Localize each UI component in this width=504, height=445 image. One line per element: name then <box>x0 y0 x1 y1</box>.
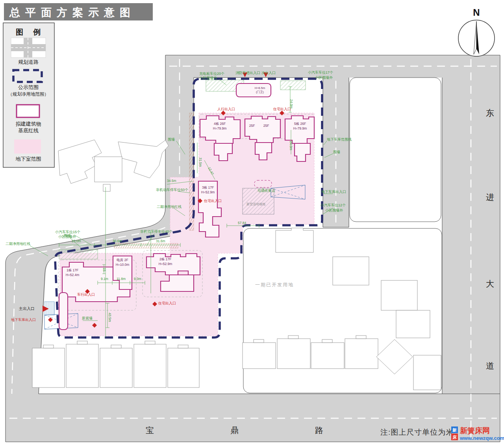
label-secondary-entry: 次出入口 <box>261 71 276 75</box>
label-outside-wall: 小区围墙外 <box>315 76 333 80</box>
dim-34-5: 34.5m <box>167 179 176 183</box>
label-outside-wall-e: 小区围墙外 <box>325 208 343 212</box>
building-3-name: 3栋 17F <box>202 185 214 189</box>
label-outside-wall-sw: 小区围墙外 <box>58 235 76 239</box>
label-main-entrance: 主出入口 <box>19 306 35 311</box>
building-2-height: H=52.9m <box>159 262 172 266</box>
east-avenue-char: 东 <box>486 108 494 117</box>
dim-30-6: 30.6m <box>113 239 122 243</box>
site-plan-page: 一期已开发用地 <box>0 0 504 445</box>
building-4-name: 4栋 26F <box>214 122 226 126</box>
label-vehicle-entry: 车行出入口 <box>77 293 95 297</box>
building-5-name: 5栋 26F <box>294 122 306 126</box>
legend-boundary-label-1: 公示范围 <box>18 84 39 90</box>
south-road-char: 宝 <box>146 426 154 435</box>
legend-road-icon <box>11 38 46 57</box>
label-bicycle-spaces-40: 非机动车停车位40个 <box>140 230 172 234</box>
label-refuse-point: 垃圾收集点 <box>258 189 275 193</box>
dim-57-84: 57.84 <box>238 221 246 225</box>
page-title: 总平面方案示意图 <box>9 7 135 19</box>
legend-redline-icon <box>17 105 39 117</box>
compass: N <box>458 7 495 56</box>
building-1-name: 1栋 17F <box>67 268 78 272</box>
label-fire-lane-entry: 消防车道出入口 <box>235 71 260 75</box>
gatehouse-west-footprint <box>59 293 68 330</box>
east-avenue-char: 进 <box>486 193 494 202</box>
label-fence-west: 围墙 <box>168 137 175 141</box>
phase1-label: 一期已开发用地 <box>255 282 294 287</box>
building-1-height: H=52.4m <box>66 273 80 277</box>
plot-northeast <box>350 78 441 222</box>
watermark-logo-char: 新 <box>452 428 457 432</box>
legend-title: 图 例 <box>16 28 44 36</box>
label-phase2-redline-a: 二期净用地红线 <box>157 205 182 209</box>
label-pedestrian-entry: 人行出入口 <box>217 107 235 111</box>
entrance-diamond-icon <box>48 317 53 322</box>
label-residential-entry-s: 住宅出入口 <box>158 301 176 305</box>
legend: 图 例 规划道路 公示范围 （规划净用地范围） 拟建建筑物 基底红线 地下室范围 <box>3 23 54 167</box>
dim-11-8: 11.8m <box>117 277 126 281</box>
label-landscape-wall: 景观墙 <box>82 316 93 320</box>
gatehouse-height: H=6.5m <box>255 86 265 90</box>
legend-basement-icon <box>14 139 41 154</box>
dim-31-6: 31.6m <box>156 239 165 243</box>
dim-9-1: 9.1m <box>101 277 108 281</box>
north-label: N <box>473 7 480 18</box>
gatehouse-north-footprint <box>236 83 271 97</box>
legend-basement-label: 地下室范围 <box>16 156 41 162</box>
site-plan-canvas: 一期已开发用地 <box>0 0 504 445</box>
label-garage-extent-line: 地下车库范围线 <box>326 137 352 141</box>
east-avenue-char: 道 <box>486 361 494 370</box>
label-podium: 架空活动场地 <box>246 202 265 206</box>
powerhouse-name: 电房 2F <box>117 258 128 262</box>
dim-43-5: 43.5m <box>108 313 112 322</box>
dim-24-0-b: 24.0m <box>289 141 293 150</box>
building-2-name: 2栋 17F <box>159 257 171 261</box>
gatehouse-name: (门卫) <box>256 90 264 94</box>
watermark-logo-char: 床 <box>452 435 457 439</box>
label-residential-entry-mid: 住宅出入口 <box>204 199 222 203</box>
watermark-name: 新簧床网 <box>460 426 490 435</box>
dim-24-0-a: 24.0m <box>289 99 293 109</box>
building-4-height: H=79.9m <box>213 126 227 130</box>
legend-road-label: 规划道路 <box>18 59 39 65</box>
label-bicycle-spaces-50: 非机动车停车位50个 <box>156 188 188 192</box>
building-3-height: H=52.9m <box>201 190 215 194</box>
label-residential-entry-n: 住宅出入口 <box>273 107 291 111</box>
label-inside-wall: 小区围墙内 <box>199 76 217 80</box>
label-car-spaces-12: 小汽车车位12个 <box>320 203 346 207</box>
label-garage-entry-west: 地下车库出入口 <box>11 318 36 322</box>
dim-9-0: 9.0m <box>134 277 141 281</box>
south-road-char: 鼎 <box>230 426 239 435</box>
label-phase2-redline-b: 二期净用地红线 <box>6 242 30 246</box>
dim-31-5: 31.5m <box>198 158 202 167</box>
east-avenue-char: 大 <box>486 279 494 288</box>
tower-25f-right-label: 25F <box>263 124 269 128</box>
legend-redline-label-1: 拟建建筑物 <box>16 121 41 127</box>
legend-redline-label-2: 基底红线 <box>18 128 39 134</box>
building-5-height: H=79.9m <box>293 126 307 130</box>
label-fence-east: 围墙 <box>333 150 340 154</box>
title-bar: 总平面方案示意图 <box>4 3 153 20</box>
fence-hatch-south <box>114 243 178 248</box>
tower-25f-left-label: 25F <box>249 124 255 128</box>
dim-15: 15 <box>102 268 106 272</box>
dim-23-0: 23.0m <box>72 239 81 243</box>
label-charging-spaces: 充电桩车位20个 <box>199 72 224 76</box>
scale-note: 注:图上尺寸单位为米。 <box>380 428 461 436</box>
south-road-char: 路 <box>315 426 323 435</box>
label-garage-entry-east: 地下车库出入口 <box>321 190 346 194</box>
legend-boundary-label-2: （规划净用地范围） <box>8 91 49 96</box>
label-car-spaces-15: 小汽车车位15个 <box>55 230 80 234</box>
label-car-spaces-17: 小汽车车位17个 <box>308 70 333 74</box>
powerhouse-height: H=10.0m <box>116 263 130 267</box>
watermark-url: www.newzqw.com <box>460 435 504 441</box>
